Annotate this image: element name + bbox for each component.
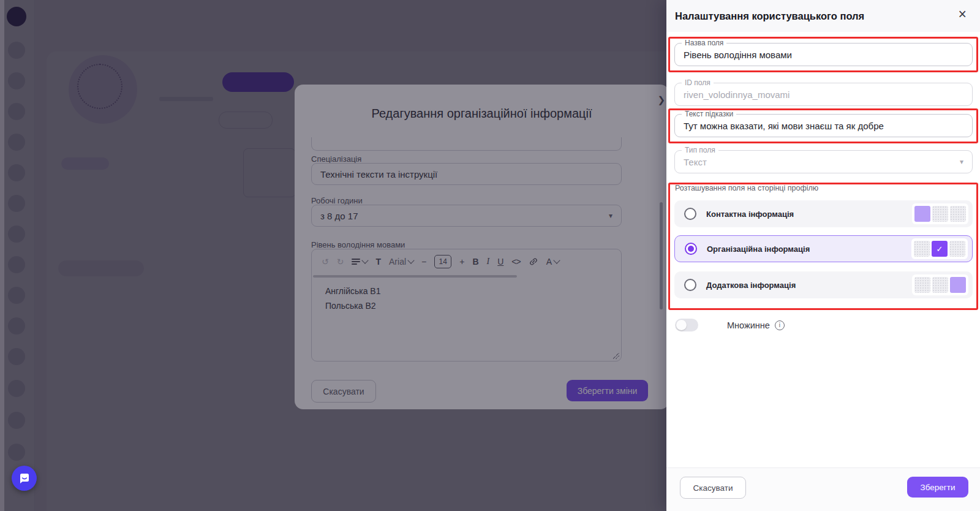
check-icon: ✓ [937, 244, 943, 254]
radio-checked[interactable] [685, 243, 697, 255]
column-block [914, 241, 930, 257]
panel-title: Налаштування користувацького поля [675, 10, 864, 22]
hint-text-label: Текст підказки [682, 110, 736, 118]
layout-preview [912, 274, 968, 295]
chat-bubble-icon [17, 471, 32, 486]
panel-header: Налаштування користувацького поля × [666, 0, 980, 32]
toggle-knob [676, 320, 687, 330]
layout-preview [912, 203, 968, 224]
column-block-checked: ✓ [932, 241, 948, 257]
field-type-value: Текст [684, 157, 707, 167]
window-edge [0, 0, 4, 511]
close-icon[interactable]: × [959, 7, 967, 21]
option-label: Додаткова інформація [706, 281, 902, 290]
panel-footer: Скасувати Зберегти [666, 467, 980, 511]
radio-unchecked[interactable] [684, 208, 696, 220]
radio-unchecked[interactable] [684, 279, 696, 291]
column-block [932, 277, 948, 293]
panel-cancel-button[interactable]: Скасувати [680, 477, 746, 499]
field-id-input: ID поля riven_volodinnya_movami [674, 83, 973, 106]
placement-option-organizational[interactable]: Організаційна інформація ✓ [674, 235, 973, 262]
option-label: Контактна інформація [706, 210, 902, 219]
field-name-value: Рівень володіння мовами [684, 50, 792, 60]
hint-text-value: Тут можна вказати, які мови знаєш та як … [684, 121, 884, 131]
multiple-toggle-row: Множинне i [675, 319, 785, 331]
layout-preview: ✓ [911, 238, 968, 259]
field-type-label: Тип поля [682, 146, 718, 154]
panel-save-button[interactable]: Зберегти [907, 477, 968, 498]
column-block-highlighted [950, 277, 966, 293]
field-type-select: Тип поля Текст ▾ [674, 150, 973, 173]
info-icon[interactable]: i [775, 320, 785, 330]
hint-text-input[interactable]: Текст підказки Тут можна вказати, які мо… [674, 114, 973, 137]
caret-down-icon: ▾ [960, 157, 963, 166]
screen: Редагування організаційної інформації ❯ … [0, 0, 980, 511]
field-name-input[interactable]: Назва поля Рівень володіння мовами [674, 43, 973, 66]
field-name-label: Назва поля [682, 39, 726, 47]
multiple-toggle[interactable] [675, 319, 698, 331]
column-block [950, 206, 966, 222]
chat-widget-button[interactable] [12, 466, 37, 491]
placement-option-additional[interactable]: Додаткова інформація [674, 271, 973, 298]
placement-section-label: Розташування поля на сторінці профілю [675, 184, 818, 192]
field-id-value: riven_volodinnya_movami [684, 89, 790, 100]
multiple-label: Множинне [727, 320, 770, 330]
column-block [932, 206, 948, 222]
column-block [914, 277, 930, 293]
option-label: Організаційна інформація [707, 244, 902, 254]
field-settings-panel: Налаштування користувацького поля × Назв… [666, 0, 980, 511]
placement-option-contact[interactable]: Контактна інформація [674, 200, 973, 227]
column-block-highlighted [914, 206, 930, 222]
field-id-label: ID поля [682, 78, 714, 87]
column-block [949, 241, 965, 257]
